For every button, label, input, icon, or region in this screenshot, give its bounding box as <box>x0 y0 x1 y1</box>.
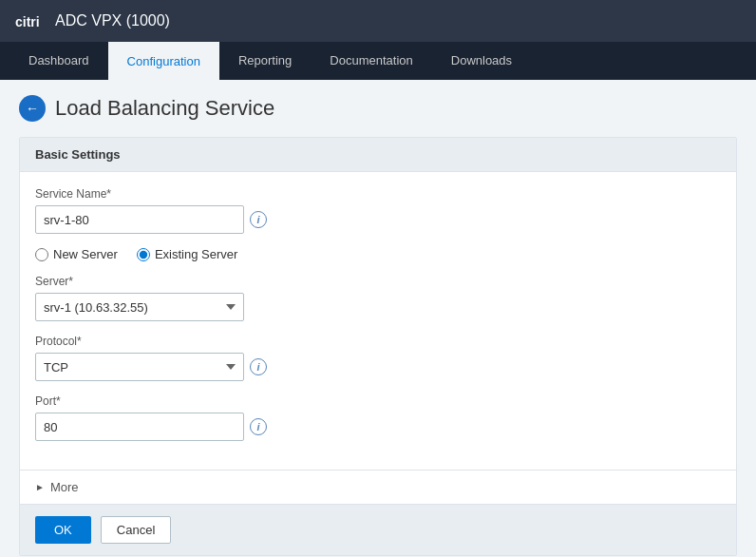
more-section[interactable]: ► More <box>20 470 736 504</box>
server-type-radio-group: New Server Existing Server <box>35 247 721 261</box>
service-name-input-row: i <box>35 205 721 234</box>
form-footer: OK Cancel <box>20 504 736 555</box>
svg-text:citrix.: citrix. <box>15 14 40 29</box>
page-header: ← Load Balancing Service <box>19 95 737 122</box>
page-title: Load Balancing Service <box>55 96 274 121</box>
top-bar: citrix. ADC VPX (1000) <box>0 0 756 42</box>
service-name-info-icon[interactable]: i <box>250 211 267 228</box>
tab-configuration[interactable]: Configuration <box>108 42 219 80</box>
form-card: Basic Settings Service Name* i New Serve… <box>19 137 737 556</box>
radio-existing-server-input[interactable] <box>137 248 150 261</box>
port-label: Port* <box>35 394 721 408</box>
protocol-select-row: TCP i <box>35 353 721 381</box>
protocol-select[interactable]: TCP <box>35 353 244 381</box>
nav-tabs: Dashboard Configuration Reporting Docume… <box>0 42 756 80</box>
protocol-label: Protocol* <box>35 335 721 348</box>
server-group: Server* srv-1 (10.63.32.55) <box>35 275 721 321</box>
radio-new-server[interactable]: New Server <box>35 247 118 261</box>
radio-new-server-input[interactable] <box>35 248 48 261</box>
port-group: Port* i <box>35 394 721 441</box>
server-select[interactable]: srv-1 (10.63.32.55) <box>35 293 244 321</box>
ok-button[interactable]: OK <box>35 516 91 544</box>
service-name-label: Service Name* <box>35 187 721 201</box>
tab-downloads[interactable]: Downloads <box>432 42 531 80</box>
citrix-icon: citrix. <box>15 11 40 30</box>
form-body: Service Name* i New Server Existing Serv… <box>20 172 736 470</box>
server-label: Server* <box>35 275 721 288</box>
port-info-icon[interactable]: i <box>250 418 267 435</box>
port-input[interactable] <box>35 413 244 441</box>
service-name-input[interactable] <box>35 205 244 234</box>
more-label: More <box>50 480 79 494</box>
tab-documentation[interactable]: Documentation <box>311 42 431 80</box>
citrix-logo: citrix. <box>15 11 40 30</box>
radio-existing-server[interactable]: Existing Server <box>137 247 237 261</box>
service-name-group: Service Name* i <box>35 187 721 234</box>
cancel-button[interactable]: Cancel <box>101 516 171 544</box>
page-content: ← Load Balancing Service Basic Settings … <box>0 80 756 557</box>
more-arrow-icon: ► <box>35 482 45 492</box>
protocol-group: Protocol* TCP i <box>35 335 721 381</box>
port-input-row: i <box>35 413 721 441</box>
protocol-info-icon[interactable]: i <box>250 358 267 375</box>
tab-reporting[interactable]: Reporting <box>219 42 311 80</box>
back-button[interactable]: ← <box>19 95 46 122</box>
tab-dashboard[interactable]: Dashboard <box>9 42 108 80</box>
app-title: ADC VPX (1000) <box>55 12 170 29</box>
server-select-row: srv-1 (10.63.32.55) <box>35 293 721 321</box>
section-header: Basic Settings <box>20 138 736 172</box>
